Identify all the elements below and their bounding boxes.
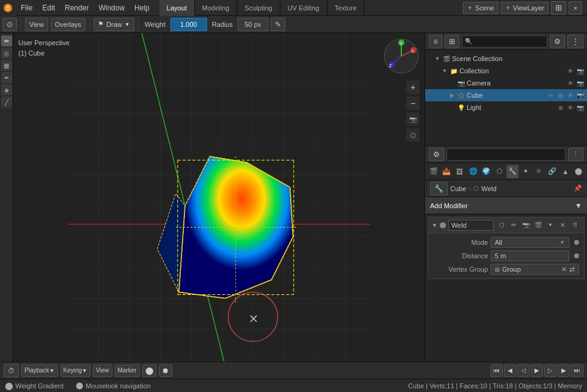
tree-camera[interactable]: 📷 Camera 👁 📷	[425, 77, 587, 89]
workspace-texture[interactable]: Texture	[327, 0, 365, 16]
modifier-name-field[interactable]: Weld	[448, 220, 494, 231]
radius-value[interactable]: 50 px	[238, 18, 268, 31]
next-keyframe-btn[interactable]: ▶	[558, 365, 570, 377]
cube-group-icon[interactable]: ⊞	[556, 91, 565, 100]
outliner-editor-type[interactable]: ≡	[429, 35, 442, 48]
workspace-sculpting[interactable]: Sculpting	[237, 0, 280, 16]
editor-type-btn[interactable]: ⊙	[2, 18, 17, 31]
props-output-icon[interactable]: 📤	[441, 165, 453, 178]
outliner-display-mode[interactable]: ⊞	[445, 35, 459, 48]
camera-vis-icon[interactable]: 📷	[576, 67, 585, 75]
pin-icon[interactable]: 📌	[574, 184, 582, 192]
timeline-editor-type[interactable]: ⏱	[4, 364, 19, 377]
viewport[interactable]: User Perspective (1) Cube X Z Y + − 📷	[13, 33, 425, 379]
props-options[interactable]: ⋮	[568, 148, 583, 161]
camera-btn[interactable]: 📷	[406, 112, 420, 126]
workspace-uv[interactable]: UV Editing	[280, 0, 327, 16]
jump-start-btn[interactable]: ⏮	[490, 365, 503, 377]
modifier-drag[interactable]: ⠿	[569, 220, 580, 231]
menu-help[interactable]: Help	[129, 0, 155, 16]
view-menu-timeline[interactable]: View	[93, 365, 112, 377]
workspace-layout[interactable]: Layout	[159, 0, 195, 16]
tool-sample[interactable]: ✒	[1, 72, 12, 83]
camera-cam-icon[interactable]: 📷	[576, 79, 585, 87]
props-scene-icon[interactable]: 🌐	[467, 165, 479, 178]
mode-value[interactable]: All ▼	[490, 237, 569, 248]
menu-file[interactable]: File	[16, 0, 37, 16]
modifier-render-icon[interactable]: 🎬	[533, 220, 544, 231]
vertex-group-clear[interactable]: ✕	[561, 266, 567, 274]
menu-render[interactable]: Render	[60, 0, 93, 16]
light-constraint-icon[interactable]: ⊕	[556, 103, 565, 112]
cube-eye-icon[interactable]: 👁	[566, 91, 575, 100]
distance-value[interactable]: 5 m	[490, 250, 569, 261]
props-object-icon[interactable]: ⬡	[494, 165, 506, 178]
outliner-search[interactable]: 🔍	[462, 35, 547, 48]
play-btn[interactable]: ▶	[531, 365, 543, 377]
keying-menu[interactable]: Keying ▼	[60, 365, 91, 377]
prev-keyframe-btn[interactable]: ◀	[504, 365, 516, 377]
overlays-btn[interactable]: Overlays	[51, 18, 86, 31]
modifier-camera-icon[interactable]: 📷	[520, 220, 531, 231]
workspace-modeling[interactable]: Modeling	[195, 0, 238, 16]
tool-draw[interactable]: ✏	[1, 35, 12, 46]
modifier-dropdown[interactable]: ▼	[545, 220, 556, 231]
falloff-icon[interactable]: ✎	[271, 18, 285, 31]
blender-logo[interactable]: B	[0, 0, 16, 16]
eye-icon[interactable]: 👁	[566, 67, 575, 75]
props-modifier-icon[interactable]: 🔧	[506, 165, 519, 178]
menu-window[interactable]: Window	[93, 0, 129, 16]
props-view-icon[interactable]: 🖼	[454, 165, 466, 178]
tree-light[interactable]: 💡 Light ⊕ 👁 📷	[425, 101, 587, 114]
light-cam-icon[interactable]: 📷	[576, 103, 585, 112]
tool-blur[interactable]: ◈	[1, 84, 12, 95]
timeline-autokey[interactable]: ⬤	[142, 365, 156, 377]
zoom-out-btn[interactable]: −	[406, 96, 420, 110]
props-physics-icon[interactable]: ⚛	[533, 165, 545, 178]
marker-menu[interactable]: Marker	[115, 365, 140, 377]
zoom-in-btn[interactable]: +	[406, 81, 420, 94]
viewport-shade-btn[interactable]: ⬡	[406, 128, 420, 142]
next-frame-btn[interactable]: ▷	[544, 365, 556, 377]
outliner-filter[interactable]: ⚙	[550, 35, 565, 48]
tool-gradient[interactable]: ▦	[1, 60, 12, 71]
breadcrumb-editor-icon[interactable]: 🔧	[430, 182, 448, 195]
topbar-icon2[interactable]: ×	[569, 1, 582, 15]
tree-collection[interactable]: ▼ 📁 Collection 👁 📷	[425, 65, 587, 77]
playback-menu[interactable]: Playback ▼	[21, 365, 58, 377]
props-editor-type[interactable]: ⚙	[429, 148, 444, 161]
light-eye-icon[interactable]: 👁	[566, 103, 575, 112]
modifier-expand-btn[interactable]: ▼	[432, 222, 437, 228]
props-render-icon[interactable]: 🎬	[428, 165, 440, 178]
props-search[interactable]	[447, 148, 566, 161]
add-modifier-btn[interactable]: Add Modifier ▼	[425, 197, 587, 214]
cube-cam-icon[interactable]: 📷	[576, 91, 585, 100]
timeline-record[interactable]: ⏺	[159, 365, 172, 377]
props-constraints-icon[interactable]: 🔗	[546, 165, 558, 178]
modifier-edit-icon[interactable]: ✏	[508, 220, 519, 231]
props-particles-icon[interactable]: ✦	[520, 165, 532, 178]
navigation-gizmo[interactable]: X Z Y	[383, 38, 420, 74]
props-material-icon[interactable]: ⬤	[572, 165, 585, 178]
menu-edit[interactable]: Edit	[37, 0, 60, 16]
vertex-group-value[interactable]: ⊞ Group ✕ ⇄	[490, 264, 579, 275]
prev-frame-btn[interactable]: ◁	[517, 365, 530, 377]
tool-crease[interactable]: ╱	[1, 96, 12, 107]
props-world-icon[interactable]: 🌍	[480, 165, 492, 178]
modifier-vertex-icon[interactable]: ⬡	[496, 220, 507, 231]
tree-cube[interactable]: ▶ ⬡ Cube ✏ ⊞ 👁 📷	[425, 89, 587, 101]
tool-smooth[interactable]: ◎	[1, 48, 12, 59]
weight-value[interactable]: 1.000	[170, 18, 207, 31]
view-menu[interactable]: View	[25, 18, 48, 31]
modifier-close[interactable]: ✕	[557, 220, 568, 231]
mode-select[interactable]: ⚑ Draw ▼	[93, 18, 134, 31]
outliner-options[interactable]: ⋮	[567, 35, 583, 48]
scene-selector[interactable]: ▼ Scene	[463, 2, 498, 14]
vertex-group-swap[interactable]: ⇄	[569, 266, 575, 274]
topbar-icon1[interactable]: ⊞	[551, 1, 566, 15]
jump-end-btn[interactable]: ⏭	[571, 365, 583, 377]
viewlayer-selector[interactable]: ▼ ViewLayer	[501, 2, 549, 14]
tree-scene-collection[interactable]: ▼ 🎬 Scene Collection	[425, 53, 587, 65]
props-data-icon[interactable]: ▲	[560, 165, 572, 178]
camera-eye-icon[interactable]: 👁	[566, 79, 575, 87]
